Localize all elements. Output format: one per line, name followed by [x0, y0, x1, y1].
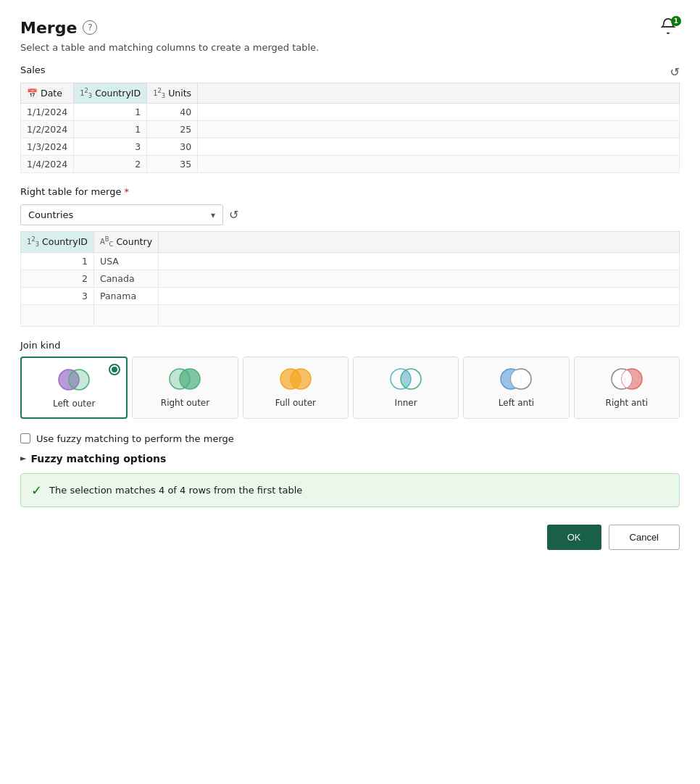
venn-left-outer: [56, 367, 92, 393]
status-message: ✓ The selection matches 4 of 4 rows from…: [20, 473, 680, 507]
table-row: 1 USA: [21, 252, 680, 270]
join-kind-label: Join kind: [20, 340, 680, 351]
venn-right-anti: [609, 366, 645, 392]
fuzzy-expand-label: Fuzzy matching options: [30, 453, 166, 464]
check-circle-icon: ✓: [31, 483, 42, 498]
status-text: The selection matches 4 of 4 rows from t…: [49, 485, 302, 496]
fuzzy-expand-row[interactable]: ► Fuzzy matching options: [20, 453, 680, 464]
right-col-empty: [159, 232, 680, 252]
join-card-left-anti[interactable]: Left anti: [463, 356, 569, 419]
notification-badge: 1: [671, 16, 681, 26]
footer-buttons: OK Cancel: [20, 525, 680, 550]
join-kind-grid: Left outer Right outer Full outer: [20, 356, 680, 419]
page-header: Merge ? 1: [20, 17, 680, 38]
table-row: 1/3/2024 3 30: [21, 138, 680, 156]
svg-point-3: [180, 369, 200, 389]
join-card-label-inner: Inner: [395, 398, 417, 408]
ok-button[interactable]: OK: [547, 525, 601, 550]
123-icon: 123: [80, 87, 92, 99]
left-table-header-row: Sales ↺: [20, 64, 680, 80]
calendar-icon: 📅: [27, 88, 38, 99]
table-row: 3 Panama: [21, 287, 680, 304]
right-table-label: Right table for merge *: [20, 186, 129, 197]
cancel-button[interactable]: Cancel: [609, 525, 680, 550]
fuzzy-checkbox-label[interactable]: Use fuzzy matching to perform the merge: [36, 433, 234, 444]
join-card-label-left-outer: Left outer: [53, 399, 95, 409]
join-card-label-full-outer: Full outer: [275, 398, 316, 408]
fuzzy-section: Use fuzzy matching to perform the merge …: [20, 433, 680, 464]
join-card-right-outer[interactable]: Right outer: [132, 356, 238, 419]
radio-left-outer: [109, 364, 120, 375]
join-card-label-left-anti: Left anti: [499, 398, 534, 408]
table-row: 1/4/2024 2 35: [21, 156, 680, 173]
dropdown-value: Countries: [28, 209, 73, 220]
venn-right-outer: [167, 366, 203, 392]
join-card-right-anti[interactable]: Right anti: [574, 356, 680, 419]
right-col-countryid[interactable]: 123 CountryID: [21, 232, 94, 252]
join-card-full-outer[interactable]: Full outer: [243, 356, 349, 419]
table-row: 1/2/2024 1 25: [21, 121, 680, 138]
subtitle: Select a table and matching columns to c…: [20, 42, 680, 53]
left-col-empty: [198, 83, 680, 104]
right-table-header-row: Right table for merge *: [20, 186, 680, 201]
left-table: 📅 Date 123 CountryID 123 Units: [20, 83, 680, 173]
123-icon-2: 123: [153, 87, 165, 99]
join-card-inner[interactable]: Inner: [353, 356, 459, 419]
left-table-label: Sales: [20, 64, 46, 75]
venn-full-outer: [278, 366, 314, 392]
svg-point-1: [69, 370, 89, 390]
abc-icon: ABC: [100, 235, 113, 248]
right-table-dropdown[interactable]: Countries ▾: [20, 204, 223, 225]
fuzzy-checkbox-row: Use fuzzy matching to perform the merge: [20, 433, 680, 444]
dropdown-row: Countries ▾ ↺: [20, 204, 680, 225]
left-col-countryid[interactable]: 123 CountryID: [74, 83, 147, 104]
join-card-label-right-outer: Right outer: [161, 398, 209, 408]
title-row: Merge ?: [20, 19, 97, 37]
left-table-section: Sales ↺ 📅 Date 123 CountryID: [20, 64, 680, 173]
right-table-refresh-icon[interactable]: ↺: [229, 208, 238, 222]
right-table-section: Right table for merge * Countries ▾ ↺ 12…: [20, 186, 680, 326]
fuzzy-checkbox[interactable]: [20, 433, 30, 443]
chevron-down-icon: ▾: [211, 210, 215, 220]
empty-row: [21, 304, 680, 326]
left-col-date[interactable]: 📅 Date: [21, 83, 74, 104]
join-card-label-right-anti: Right anti: [606, 398, 648, 408]
right-table: 123 CountryID ABC Country 1 USA: [20, 231, 680, 326]
table-row: 1/1/2024 1 40: [21, 104, 680, 121]
required-star: *: [125, 186, 130, 197]
join-card-left-outer[interactable]: Left outer: [20, 356, 128, 419]
right-col-country[interactable]: ABC Country: [93, 232, 158, 252]
left-col-units[interactable]: 123 Units: [147, 83, 198, 104]
join-kind-section: Join kind Left outer Right outer: [20, 340, 680, 419]
table-row: 2 Canada: [21, 270, 680, 287]
venn-inner: [388, 366, 424, 392]
chevron-right-icon: ►: [20, 454, 26, 463]
svg-point-5: [291, 369, 311, 389]
help-icon[interactable]: ?: [83, 20, 97, 35]
notification-icon[interactable]: 1: [659, 17, 680, 38]
page-title: Merge: [20, 19, 77, 37]
left-table-refresh-icon[interactable]: ↺: [670, 65, 680, 79]
venn-left-anti: [498, 366, 534, 392]
123-icon-3: 123: [27, 235, 39, 248]
